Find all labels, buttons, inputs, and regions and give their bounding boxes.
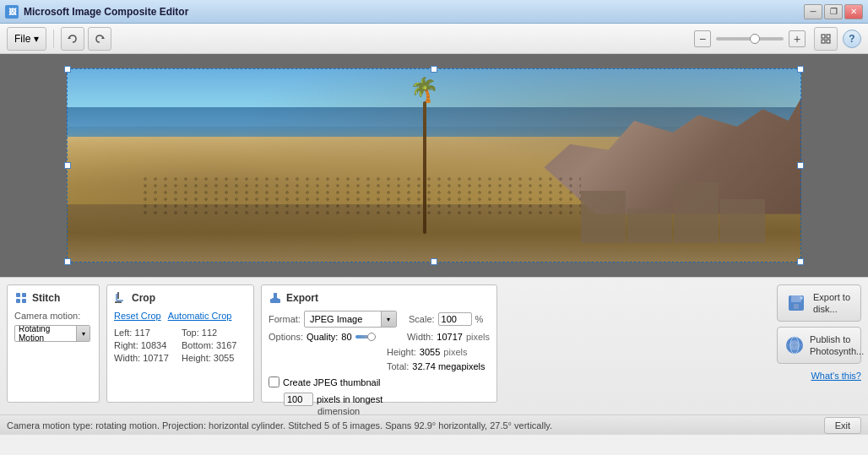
bottom-coord: Bottom: 3167 [182,340,247,350]
format-select[interactable]: JPEG Image ▾ [304,311,397,328]
export-height-label: Height: [387,347,416,357]
options-quality-row: Options: Quality: 80 Width: 10717 pixels [269,332,490,342]
canvas-area: 🌴 [0,54,868,277]
stitch-title-text: Stitch [32,292,60,304]
crop-title-text: Crop [132,292,155,304]
bottom-panel: Stitch Camera motion: Rotating Motion ▾ … [0,277,868,414]
reset-crop-link[interactable]: Reset Crop [114,311,161,321]
export-to-disk-button[interactable]: Export to disk... [777,284,861,322]
exit-button[interactable]: Exit [824,417,861,434]
options-label: Options: [269,332,303,342]
width-coord: Width: 10717 [114,353,179,363]
height-row: Height: 3055 pixels [269,347,490,357]
minimize-button[interactable]: ─ [804,4,822,19]
right-label: Right: [114,340,138,350]
format-label: Format: [269,314,301,324]
whats-this-link[interactable]: What's this? [811,371,861,381]
close-button[interactable]: ✕ [844,4,863,19]
publish-text: Publish to Photosynth... [810,333,864,358]
svg-rect-18 [791,295,801,302]
quality-label: Quality: [307,332,338,342]
restore-button[interactable]: ❐ [824,4,843,19]
bottom-value: 3167 [216,340,236,350]
quality-value: 80 [341,332,351,342]
pixel-dim-input[interactable] [284,393,313,406]
format-dropdown-arrow: ▾ [381,311,396,327]
zoom-area: − + ? [694,27,861,51]
file-menu-button[interactable]: File ▾ [7,27,46,51]
zoom-out-button[interactable]: − [694,30,711,47]
crop-title: Crop [114,292,247,304]
svg-rect-8 [16,299,20,303]
title-bar: 🖼 Microsoft Image Composite Editor ─ ❐ ✕ [0,0,868,24]
crop-width-value: 10717 [143,353,169,363]
zoom-in-button[interactable]: + [789,30,806,47]
top-label: Top: [182,328,199,338]
scale-label: Scale: [409,314,435,324]
title-bar-controls: ─ ❐ ✕ [804,4,863,19]
export-title: Export [269,292,490,304]
publish-icon [784,333,805,357]
quality-slider[interactable] [355,335,375,339]
dimension-label-text: dimension [317,406,490,416]
file-menu-label: File [14,33,30,45]
crop-width-label: Width: [114,353,140,363]
stitch-icon [14,292,28,304]
left-coord: Left: 117 [114,328,179,338]
file-menu-arrow: ▾ [34,33,39,45]
top-coord: Top: 112 [182,328,247,338]
format-value: JPEG Image [305,314,381,324]
title-bar-text: Microsoft Image Composite Editor [24,6,799,18]
right-value: 10834 [141,340,167,350]
pixels-dim-label: pixels in longest [317,394,382,404]
export-height-value: 3055 [420,347,440,357]
motion-dropdown-arrow: ▾ [76,326,90,341]
crop-coordinates: Left: 117 Top: 112 Right: 10834 Bottom: … [114,328,247,363]
total-row: Total: 32.74 megapixels [269,361,490,371]
svg-rect-5 [827,40,830,43]
crop-height-label: Height: [182,353,211,363]
rotate-left-button[interactable] [61,27,84,51]
fit-window-button[interactable] [814,27,838,51]
camera-motion-dropdown[interactable]: Rotating Motion ▾ [14,325,90,342]
bottom-label: Bottom: [182,340,214,350]
export-disk-text: Export to disk... [813,291,850,316]
format-row: Format: JPEG Image ▾ Scale: % [269,311,490,328]
svg-rect-2 [822,35,825,38]
panorama-image: 🌴 [67,68,801,263]
motion-value: Rotating Motion [15,325,76,342]
export-icon [269,292,282,304]
export-width-label: Width: [407,332,433,342]
right-coord: Right: 10834 [114,340,179,350]
total-label: Total: [387,361,409,371]
app-icon: 🖼 [5,5,19,19]
stitch-section: Stitch Camera motion: Rotating Motion ▾ [7,284,100,403]
rotate-right-button[interactable] [88,27,111,51]
stitch-title: Stitch [14,292,92,304]
crop-section: Crop Reset Crop Automatic Crop Left: 117… [106,284,254,403]
right-actions: Export to disk... Publish to Photosynth.… [777,284,861,381]
automatic-crop-link[interactable]: Automatic Crop [168,311,232,321]
status-text: Camera motion type: rotating motion. Pro… [7,420,552,431]
crop-icon [114,292,127,304]
crop-links: Reset Crop Automatic Crop [114,311,247,321]
left-value: 117 [134,328,149,338]
thumbnail-checkbox[interactable] [269,376,279,387]
export-width-value: 10717 [437,332,463,342]
scale-input[interactable] [438,312,472,326]
thumbnail-label: Create JPEG thumbnail [283,377,381,387]
panorama-container: 🌴 [67,68,801,263]
zoom-slider[interactable] [716,37,784,41]
left-label: Left: [114,328,132,338]
publish-photosynth-button[interactable]: Publish to Photosynth... [777,327,861,364]
export-width-unit: pixels [466,332,490,342]
export-height-unit: pixels [443,347,467,357]
svg-rect-3 [827,35,830,38]
svg-rect-6 [16,293,20,297]
camera-motion-label-row: Camera motion: [14,311,92,321]
svg-rect-9 [22,299,26,303]
svg-rect-7 [22,293,26,297]
help-button[interactable]: ? [843,30,861,48]
pixel-dim-row: pixels in longest [269,393,490,406]
total-value: 32.74 megapixels [412,361,485,371]
